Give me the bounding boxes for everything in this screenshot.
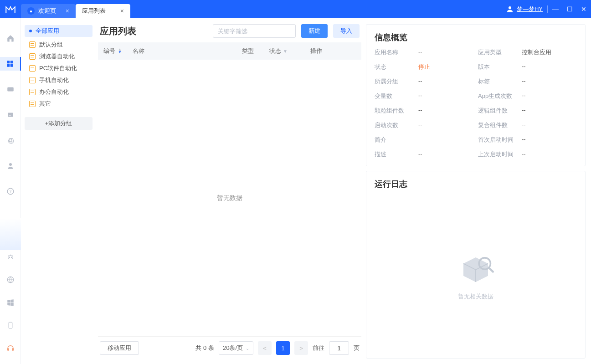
nav-support[interactable] (0, 341, 21, 355)
label-comp-g: 颗粒组件数 (375, 107, 418, 115)
value-group: -- (418, 77, 422, 86)
nav-user[interactable] (0, 159, 21, 173)
svg-point-0 (509, 6, 511, 9)
value-first: -- (522, 136, 526, 144)
svg-rect-5 (7, 87, 14, 92)
label-tag: 标签 (478, 77, 522, 86)
group-label: 全部应用 (36, 27, 59, 35)
logo-icon (5, 3, 16, 15)
log-empty-text: 暂无相关数据 (458, 292, 493, 301)
total-count: 共 0 条 (195, 344, 214, 352)
sidebar-group-item[interactable]: 办公自动化 (25, 86, 93, 98)
value-last: -- (522, 150, 526, 159)
table-header: 编号 ▲▼ 名称 类型 状态 ▼ 操作 (98, 42, 361, 60)
label-comp-c: 复合组件数 (478, 121, 522, 129)
empty-text: 暂无数据 (217, 194, 242, 202)
robot-icon (6, 253, 15, 261)
user-icon (506, 5, 514, 13)
app-logo (0, 0, 21, 18)
sort-icon: ▲▼ (118, 48, 122, 54)
group-label: 默认分组 (39, 41, 63, 49)
group-all[interactable]: 全部应用 (25, 25, 93, 37)
grid-icon (6, 60, 14, 68)
col-type: 类型 (242, 47, 269, 55)
value-comp-c: -- (522, 121, 526, 129)
tab-welcome[interactable]: ● 欢迎页 × (21, 4, 76, 18)
value-app-name: -- (418, 48, 422, 56)
file-icon (29, 53, 36, 60)
nav-apps[interactable] (0, 57, 21, 71)
person-icon (6, 162, 15, 170)
label-group: 所属分组 (375, 77, 418, 86)
nav-card[interactable] (0, 108, 21, 122)
pagination: 共 0 条 20条/页 ⌄ < 1 > 前往 页 (195, 341, 360, 355)
value-app-type: 控制台应用 (522, 48, 551, 56)
svg-rect-1 (7, 61, 10, 63)
nav-robot[interactable] (0, 250, 21, 264)
tab-apps[interactable]: 应用列表 × (76, 4, 130, 18)
svg-rect-11 (8, 256, 13, 259)
svg-rect-3 (7, 64, 10, 67)
add-group-button[interactable]: +添加分组 (25, 117, 93, 130)
sidebar-group-item[interactable]: 默认分组 (25, 39, 93, 51)
sidebar-group-item[interactable]: PC软件自动化 (25, 62, 93, 74)
new-button[interactable]: 新建 (301, 24, 328, 38)
sidebar-group-item[interactable]: 其它 (25, 98, 93, 110)
close-icon[interactable]: × (120, 7, 124, 15)
close-button[interactable]: ✕ (581, 5, 586, 13)
svg-rect-6 (8, 113, 13, 117)
group-sidebar: 全部应用 默认分组浏览器自动化PC软件自动化手机自动化办公自动化其它 +添加分组 (21, 18, 96, 364)
nav-settings[interactable] (0, 133, 21, 147)
col-number[interactable]: 编号 ▲▼ (103, 47, 133, 55)
value-launch: -- (418, 121, 422, 129)
tab-label: 欢迎页 (38, 7, 56, 15)
label-comp-l: 逻辑组件数 (478, 107, 522, 115)
help-icon: ? (6, 187, 15, 195)
globe-icon (6, 276, 15, 284)
next-page-button[interactable]: > (294, 341, 308, 355)
label-app-name: 应用名称 (375, 48, 418, 56)
dot-icon (29, 30, 32, 32)
tabs: ● 欢迎页 × 应用列表 × (21, 0, 130, 18)
value-var: -- (418, 92, 422, 100)
nav-globe[interactable] (0, 273, 21, 287)
nav-mobile[interactable] (0, 318, 21, 332)
move-app-button[interactable]: 移动应用 (100, 341, 139, 355)
goto-input[interactable] (329, 341, 349, 355)
nav-help[interactable]: ? (0, 185, 21, 198)
log-empty: 暂无相关数据 (375, 195, 577, 351)
center-header: 应用列表 新建 导入 (98, 24, 361, 42)
nav-mail[interactable] (0, 82, 21, 96)
maximize-button[interactable]: ☐ (567, 5, 573, 13)
label-last: 上次启动时间 (478, 150, 522, 159)
file-icon (29, 89, 36, 95)
page-1-button[interactable]: 1 (276, 341, 290, 355)
label-gen: App生成次数 (478, 92, 522, 100)
group-label: 其它 (39, 100, 51, 108)
import-button[interactable]: 导入 (333, 24, 360, 38)
value-status: 停止 (418, 63, 430, 71)
close-icon[interactable]: × (66, 7, 69, 15)
value-gen: -- (522, 92, 526, 100)
log-card: 运行日志 暂无相关数据 (366, 171, 586, 359)
sidebar-group-item[interactable]: 浏览器自动化 (25, 51, 93, 62)
search-input[interactable] (213, 24, 296, 38)
value-desc: -- (418, 150, 422, 159)
col-state[interactable]: 状态 ▼ (269, 47, 310, 55)
page-size-select[interactable]: 20条/页 ⌄ (219, 341, 253, 355)
goto-unit: 页 (354, 344, 360, 352)
value-comp-g: -- (418, 107, 422, 115)
sidebar-group-item[interactable]: 手机自动化 (25, 74, 93, 86)
prev-page-button[interactable]: < (258, 341, 272, 355)
group-label: 办公自动化 (39, 88, 69, 96)
center-panel: 应用列表 新建 导入 编号 ▲▼ 名称 类型 状态 ▼ 操作 暂无数据 移动应用… (96, 18, 366, 364)
center-footer: 移动应用 共 0 条 20条/页 ⌄ < 1 > 前往 页 (98, 336, 361, 359)
nav-windows[interactable] (0, 296, 21, 309)
minimize-button[interactable]: — (552, 5, 559, 13)
nav-home[interactable] (0, 31, 21, 45)
svg-rect-17 (12, 349, 13, 351)
nav-rail: ? (0, 18, 21, 364)
label-desc: 描述 (375, 150, 418, 159)
svg-rect-16 (7, 349, 9, 351)
user-menu[interactable]: 梦—梦HY (506, 5, 543, 13)
